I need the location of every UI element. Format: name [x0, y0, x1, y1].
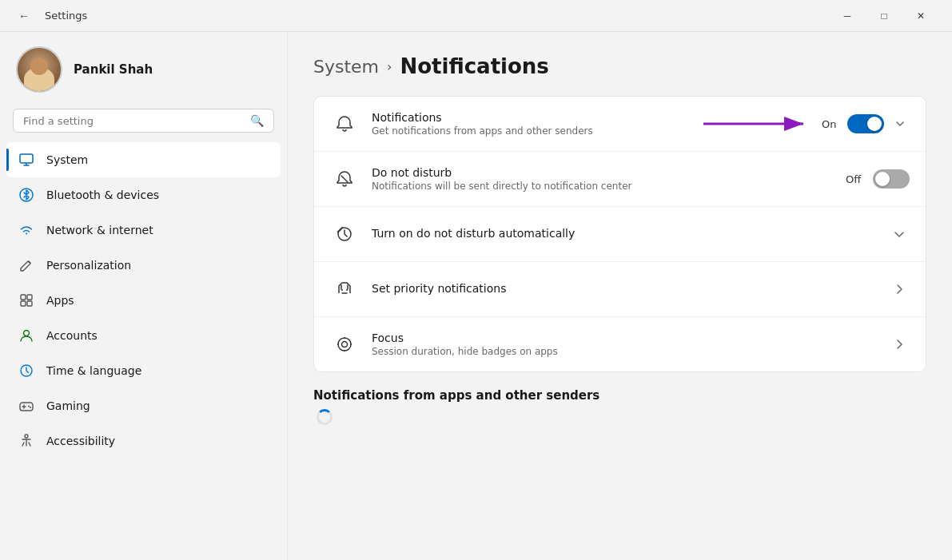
focus-desc: Session duration, hide badges on apps [372, 346, 889, 357]
dnd-desc: Notifications will be sent directly to n… [372, 181, 846, 192]
dnd-auto-info: Turn on do not disturb automatically [372, 227, 889, 241]
main-content: System › Notifications Notifications Get… [288, 32, 952, 560]
priority-title: Set priority notifications [372, 282, 889, 295]
sidebar-label-system: System [46, 153, 88, 166]
dnd-auto-control [889, 224, 910, 244]
sidebar-label-gaming: Gaming [46, 399, 90, 412]
sidebar-item-bluetooth[interactable]: Bluetooth & devices [6, 177, 281, 212]
breadcrumb-parent[interactable]: System [313, 57, 379, 77]
do-not-disturb-row[interactable]: Do not disturb Notifications will be sen… [314, 152, 926, 207]
purple-arrow-annotation [703, 109, 815, 138]
sidebar-label-accounts: Accounts [46, 329, 98, 342]
accessibility-icon [18, 432, 35, 450]
notifications-info: Notifications Get notifications from app… [372, 111, 703, 137]
notifications-title: Notifications [372, 111, 703, 124]
search-icon: 🔍 [250, 114, 264, 127]
focus-row[interactable]: Focus Session duration, hide badges on a… [314, 317, 926, 371]
sidebar-item-system[interactable]: System [6, 142, 281, 177]
apps-icon [18, 292, 35, 309]
personalization-icon [18, 256, 35, 274]
dnd-info: Do not disturb Notifications will be sen… [372, 166, 846, 192]
notifications-control: On [703, 109, 910, 138]
close-button[interactable]: ✕ [902, 2, 939, 30]
sidebar-label-accessibility: Accessibility [46, 435, 115, 447]
title-bar: ← Settings ─ □ ✕ [0, 0, 952, 32]
search-container: 🔍 [0, 105, 287, 142]
svg-rect-7 [27, 301, 32, 306]
sidebar-label-bluetooth: Bluetooth & devices [46, 189, 159, 201]
dnd-auto-title: Turn on do not disturb automatically [372, 227, 889, 240]
priority-notifications-row[interactable]: Set priority notifications [314, 262, 926, 317]
app-title: Settings [45, 10, 87, 22]
notifications-chevron[interactable] [890, 114, 910, 133]
user-name: Pankil Shah [74, 62, 153, 77]
priority-chevron[interactable] [889, 279, 910, 300]
dnd-toggle[interactable] [873, 169, 910, 189]
title-bar-left: ← Settings [13, 5, 829, 27]
svg-point-14 [30, 407, 31, 408]
notifications-toggle[interactable] [847, 114, 884, 133]
focus-chevron[interactable] [889, 334, 910, 355]
sidebar-item-gaming[interactable]: Gaming [6, 388, 281, 423]
priority-icon [330, 275, 359, 304]
focus-icon [330, 330, 359, 359]
sidebar-item-accounts[interactable]: Accounts [6, 318, 281, 353]
notifications-icon [330, 109, 359, 138]
notifications-toggle-label: On [822, 118, 841, 130]
loading-spinner [317, 409, 333, 425]
back-icon: ← [18, 10, 30, 22]
sidebar: Pankil Shah 🔍 System [0, 32, 288, 560]
sidebar-label-apps: Apps [46, 294, 74, 307]
breadcrumb-current: Notifications [400, 54, 548, 78]
back-button[interactable]: ← [13, 5, 35, 27]
dnd-auto-row[interactable]: Turn on do not disturb automatically [314, 207, 926, 262]
svg-rect-5 [27, 295, 32, 300]
svg-point-8 [24, 331, 30, 336]
avatar [16, 46, 62, 93]
svg-rect-4 [21, 295, 26, 300]
notifications-desc: Get notifications from apps and other se… [372, 125, 703, 137]
svg-line-18 [341, 176, 348, 182]
svg-rect-0 [20, 154, 33, 163]
focus-title: Focus [372, 332, 889, 344]
window-controls: ─ □ ✕ [829, 2, 939, 30]
svg-rect-6 [21, 301, 26, 306]
focus-control [889, 334, 910, 355]
sidebar-item-accessibility[interactable]: Accessibility [6, 423, 281, 459]
app-body: Pankil Shah 🔍 System [0, 32, 952, 560]
search-input[interactable] [23, 115, 244, 127]
nav-list: System Bluetooth & devices [0, 142, 287, 459]
sidebar-label-time: Time & language [46, 364, 141, 377]
dnd-control: Off [846, 169, 910, 189]
dnd-auto-icon [330, 220, 359, 248]
svg-point-15 [25, 435, 28, 438]
dnd-toggle-knob [875, 172, 890, 186]
toggle-knob [867, 117, 882, 131]
maximize-button[interactable]: □ [866, 2, 902, 30]
sidebar-label-network: Network & internet [46, 224, 153, 236]
priority-info: Set priority notifications [372, 282, 889, 296]
focus-info: Focus Session duration, hide badges on a… [372, 332, 889, 357]
svg-point-25 [338, 338, 351, 351]
dnd-auto-chevron[interactable] [889, 224, 910, 244]
minimize-button[interactable]: ─ [829, 2, 866, 30]
sidebar-item-network[interactable]: Network & internet [6, 212, 281, 248]
dnd-toggle-label: Off [846, 173, 865, 185]
breadcrumb: System › Notifications [313, 54, 926, 78]
sidebar-item-time[interactable]: Time & language [6, 353, 281, 388]
accounts-icon [18, 327, 35, 344]
user-profile[interactable]: Pankil Shah [0, 32, 287, 105]
network-icon [18, 221, 35, 239]
system-icon [18, 151, 35, 169]
apps-section-header: Notifications from apps and other sender… [313, 388, 926, 403]
priority-control [889, 279, 910, 300]
sidebar-item-personalization[interactable]: Personalization [6, 248, 281, 283]
notifications-row[interactable]: Notifications Get notifications from app… [314, 97, 926, 152]
gaming-icon [18, 397, 35, 415]
bluetooth-icon [18, 186, 35, 204]
search-box: 🔍 [13, 109, 274, 133]
svg-point-26 [342, 342, 348, 348]
sidebar-item-apps[interactable]: Apps [6, 283, 281, 318]
svg-point-13 [28, 406, 30, 407]
dnd-icon [330, 165, 359, 193]
